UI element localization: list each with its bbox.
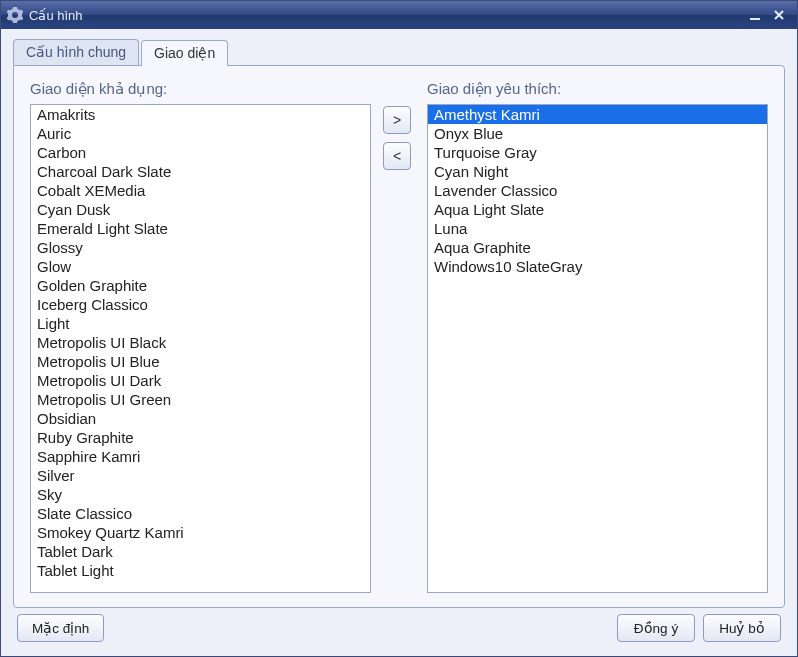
list-item[interactable]: Windows10 SlateGray [428, 257, 767, 276]
favorite-listbox[interactable]: Amethyst KamriOnyx BlueTurquoise GrayCya… [427, 104, 768, 593]
list-item[interactable]: Cobalt XEMedia [31, 181, 370, 200]
list-item[interactable]: Metropolis UI Blue [31, 352, 370, 371]
move-left-button[interactable]: < [383, 142, 411, 170]
list-item[interactable]: Sapphire Kamri [31, 447, 370, 466]
ok-button[interactable]: Đồng ý [617, 614, 695, 642]
list-item[interactable]: Smokey Quartz Kamri [31, 523, 370, 542]
list-item[interactable]: Aqua Light Slate [428, 200, 767, 219]
tab-appearance[interactable]: Giao diện [141, 40, 228, 66]
minimize-button[interactable] [743, 6, 767, 24]
titlebar: Cấu hình [1, 1, 797, 29]
list-item[interactable]: Turquoise Gray [428, 143, 767, 162]
list-item[interactable]: Metropolis UI Black [31, 333, 370, 352]
list-item[interactable]: Obsidian [31, 409, 370, 428]
list-item[interactable]: Slate Classico [31, 504, 370, 523]
list-item[interactable]: Emerald Light Slate [31, 219, 370, 238]
list-item[interactable]: Tablet Dark [31, 542, 370, 561]
list-item[interactable]: Onyx Blue [428, 124, 767, 143]
svg-rect-0 [750, 18, 760, 20]
list-item[interactable]: Charcoal Dark Slate [31, 162, 370, 181]
tab-strip: Cấu hình chung Giao diện [13, 39, 785, 65]
gear-icon [7, 7, 23, 23]
list-item[interactable]: Glow [31, 257, 370, 276]
tab-general[interactable]: Cấu hình chung [13, 39, 139, 65]
window-title: Cấu hình [29, 8, 743, 23]
cancel-button[interactable]: Huỷ bỏ [703, 614, 781, 642]
list-item[interactable]: Metropolis UI Green [31, 390, 370, 409]
list-item[interactable]: Cyan Night [428, 162, 767, 181]
list-item[interactable]: Silver [31, 466, 370, 485]
available-listbox[interactable]: AmakritsAuricCarbonCharcoal Dark SlateCo… [30, 104, 371, 593]
default-button[interactable]: Mặc định [17, 614, 104, 642]
favorite-column: Giao diện yêu thích: Amethyst KamriOnyx … [427, 80, 768, 593]
list-item[interactable]: Amakrits [31, 105, 370, 124]
client-area: Cấu hình chung Giao diện Giao diện khả d… [1, 29, 797, 656]
config-window: Cấu hình Cấu hình chung Giao diện Giao d… [0, 0, 798, 657]
list-item[interactable]: Ruby Graphite [31, 428, 370, 447]
close-button[interactable] [767, 6, 791, 24]
favorite-label: Giao diện yêu thích: [427, 80, 768, 98]
available-label: Giao diện khả dụng: [30, 80, 371, 98]
columns: Giao diện khả dụng: AmakritsAuricCarbonC… [30, 80, 768, 593]
move-right-button[interactable]: > [383, 106, 411, 134]
footer: Mặc định Đồng ý Huỷ bỏ [13, 608, 785, 648]
list-item[interactable]: Golden Graphite [31, 276, 370, 295]
available-column: Giao diện khả dụng: AmakritsAuricCarbonC… [30, 80, 371, 593]
list-item[interactable]: Iceberg Classico [31, 295, 370, 314]
list-item[interactable]: Aqua Graphite [428, 238, 767, 257]
transfer-buttons: > < [383, 106, 415, 593]
list-item[interactable]: Auric [31, 124, 370, 143]
list-item[interactable]: Carbon [31, 143, 370, 162]
list-item[interactable]: Amethyst Kamri [428, 105, 767, 124]
list-item[interactable]: Metropolis UI Dark [31, 371, 370, 390]
list-item[interactable]: Sky [31, 485, 370, 504]
list-item[interactable]: Glossy [31, 238, 370, 257]
list-item[interactable]: Luna [428, 219, 767, 238]
list-item[interactable]: Tablet Light [31, 561, 370, 580]
list-item[interactable]: Light [31, 314, 370, 333]
list-item[interactable]: Cyan Dusk [31, 200, 370, 219]
list-item[interactable]: Lavender Classico [428, 181, 767, 200]
tab-panel-appearance: Giao diện khả dụng: AmakritsAuricCarbonC… [13, 65, 785, 608]
